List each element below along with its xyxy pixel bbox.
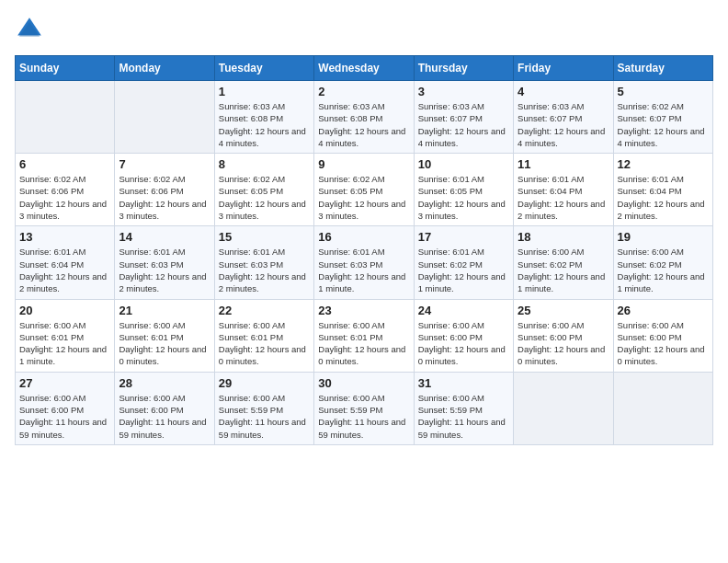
header-tuesday: Tuesday — [214, 56, 313, 81]
calendar-cell: 3Sunrise: 6:03 AM Sunset: 6:07 PM Daylig… — [414, 81, 513, 154]
calendar-cell — [115, 81, 214, 154]
day-number: 20 — [19, 304, 110, 317]
day-info: Sunrise: 6:02 AM Sunset: 6:06 PM Dayligh… — [119, 173, 210, 222]
calendar-cell: 26Sunrise: 6:00 AM Sunset: 6:00 PM Dayli… — [613, 299, 712, 372]
day-number: 30 — [318, 376, 409, 390]
day-number: 4 — [518, 85, 609, 98]
calendar-cell: 29Sunrise: 6:00 AM Sunset: 5:59 PM Dayli… — [214, 372, 313, 444]
day-info: Sunrise: 6:03 AM Sunset: 6:07 PM Dayligh… — [418, 100, 509, 149]
day-info: Sunrise: 6:00 AM Sunset: 6:01 PM Dayligh… — [219, 319, 310, 368]
calendar-cell: 19Sunrise: 6:00 AM Sunset: 6:02 PM Dayli… — [613, 226, 712, 299]
day-number: 16 — [318, 230, 409, 244]
calendar-cell: 13Sunrise: 6:01 AM Sunset: 6:04 PM Dayli… — [16, 226, 115, 299]
calendar-cell: 17Sunrise: 6:01 AM Sunset: 6:02 PM Dayli… — [414, 226, 513, 299]
day-number: 23 — [318, 304, 409, 317]
calendar-cell: 31Sunrise: 6:00 AM Sunset: 5:59 PM Dayli… — [414, 372, 513, 444]
day-number: 28 — [119, 376, 210, 390]
logo-icon — [15, 15, 44, 44]
day-info: Sunrise: 6:00 AM Sunset: 6:02 PM Dayligh… — [518, 246, 609, 294]
day-number: 21 — [119, 304, 210, 317]
day-number: 18 — [518, 230, 609, 244]
day-info: Sunrise: 6:00 AM Sunset: 6:01 PM Dayligh… — [19, 319, 110, 368]
day-number: 27 — [19, 376, 110, 390]
day-number: 19 — [618, 230, 709, 244]
day-number: 9 — [318, 157, 409, 171]
day-number: 22 — [219, 304, 310, 317]
day-info: Sunrise: 6:01 AM Sunset: 6:04 PM Dayligh… — [19, 246, 110, 294]
calendar-cell: 18Sunrise: 6:00 AM Sunset: 6:02 PM Dayli… — [514, 226, 613, 299]
header-friday: Friday — [514, 56, 613, 81]
day-info: Sunrise: 6:03 AM Sunset: 6:08 PM Dayligh… — [318, 100, 409, 149]
calendar-cell: 16Sunrise: 6:01 AM Sunset: 6:03 PM Dayli… — [314, 226, 414, 299]
calendar-table: SundayMondayTuesdayWednesdayThursdayFrid… — [15, 55, 713, 445]
day-number: 31 — [418, 376, 509, 390]
day-number: 8 — [219, 157, 310, 171]
day-info: Sunrise: 6:00 AM Sunset: 6:02 PM Dayligh… — [618, 246, 709, 294]
day-info: Sunrise: 6:00 AM Sunset: 6:01 PM Dayligh… — [318, 319, 409, 368]
calendar-cell: 27Sunrise: 6:00 AM Sunset: 6:00 PM Dayli… — [16, 372, 115, 444]
day-info: Sunrise: 6:00 AM Sunset: 5:59 PM Dayligh… — [219, 392, 310, 441]
week-row-5: 27Sunrise: 6:00 AM Sunset: 6:00 PM Dayli… — [16, 372, 713, 444]
header-thursday: Thursday — [414, 56, 513, 81]
day-number: 6 — [19, 157, 110, 171]
calendar-cell: 10Sunrise: 6:01 AM Sunset: 6:05 PM Dayli… — [414, 154, 513, 226]
day-info: Sunrise: 6:01 AM Sunset: 6:04 PM Dayligh… — [618, 173, 709, 222]
day-number: 15 — [219, 230, 310, 244]
day-info: Sunrise: 6:01 AM Sunset: 6:05 PM Dayligh… — [418, 173, 509, 222]
day-info: Sunrise: 6:02 AM Sunset: 6:07 PM Dayligh… — [618, 100, 709, 149]
day-number: 12 — [618, 157, 709, 171]
day-info: Sunrise: 6:00 AM Sunset: 6:00 PM Dayligh… — [119, 392, 210, 441]
calendar-cell: 21Sunrise: 6:00 AM Sunset: 6:01 PM Dayli… — [115, 299, 214, 372]
calendar-cell: 2Sunrise: 6:03 AM Sunset: 6:08 PM Daylig… — [314, 81, 414, 154]
calendar-cell: 8Sunrise: 6:02 AM Sunset: 6:05 PM Daylig… — [214, 154, 313, 226]
day-info: Sunrise: 6:01 AM Sunset: 6:04 PM Dayligh… — [518, 173, 609, 222]
calendar-cell: 30Sunrise: 6:00 AM Sunset: 5:59 PM Dayli… — [314, 372, 414, 444]
day-info: Sunrise: 6:00 AM Sunset: 6:00 PM Dayligh… — [19, 392, 110, 441]
day-info: Sunrise: 6:01 AM Sunset: 6:02 PM Dayligh… — [418, 246, 509, 294]
day-info: Sunrise: 6:00 AM Sunset: 6:01 PM Dayligh… — [119, 319, 210, 368]
calendar-cell: 9Sunrise: 6:02 AM Sunset: 6:05 PM Daylig… — [314, 154, 414, 226]
day-info: Sunrise: 6:00 AM Sunset: 5:59 PM Dayligh… — [418, 392, 509, 441]
calendar-cell: 24Sunrise: 6:00 AM Sunset: 6:00 PM Dayli… — [414, 299, 513, 372]
day-number: 13 — [19, 230, 110, 244]
header-saturday: Saturday — [613, 56, 712, 81]
day-info: Sunrise: 6:00 AM Sunset: 5:59 PM Dayligh… — [318, 392, 409, 441]
calendar-cell: 28Sunrise: 6:00 AM Sunset: 6:00 PM Dayli… — [115, 372, 214, 444]
day-info: Sunrise: 6:01 AM Sunset: 6:03 PM Dayligh… — [119, 246, 210, 294]
day-number: 7 — [119, 157, 210, 171]
day-info: Sunrise: 6:00 AM Sunset: 6:00 PM Dayligh… — [418, 319, 509, 368]
calendar-cell: 5Sunrise: 6:02 AM Sunset: 6:07 PM Daylig… — [613, 81, 712, 154]
week-row-2: 6Sunrise: 6:02 AM Sunset: 6:06 PM Daylig… — [16, 154, 713, 226]
calendar-cell: 4Sunrise: 6:03 AM Sunset: 6:07 PM Daylig… — [514, 81, 613, 154]
day-number: 24 — [418, 304, 509, 317]
calendar-header-row: SundayMondayTuesdayWednesdayThursdayFrid… — [16, 56, 713, 81]
day-number: 25 — [518, 304, 609, 317]
day-info: Sunrise: 6:02 AM Sunset: 6:06 PM Dayligh… — [19, 173, 110, 222]
day-info: Sunrise: 6:03 AM Sunset: 6:08 PM Dayligh… — [219, 100, 310, 149]
header — [15, 15, 713, 44]
day-info: Sunrise: 6:01 AM Sunset: 6:03 PM Dayligh… — [318, 246, 409, 294]
day-info: Sunrise: 6:00 AM Sunset: 6:00 PM Dayligh… — [618, 319, 709, 368]
day-info: Sunrise: 6:02 AM Sunset: 6:05 PM Dayligh… — [318, 173, 409, 222]
day-number: 14 — [119, 230, 210, 244]
day-info: Sunrise: 6:02 AM Sunset: 6:05 PM Dayligh… — [219, 173, 310, 222]
day-info: Sunrise: 6:03 AM Sunset: 6:07 PM Dayligh… — [518, 100, 609, 149]
calendar-cell — [514, 372, 613, 444]
week-row-3: 13Sunrise: 6:01 AM Sunset: 6:04 PM Dayli… — [16, 226, 713, 299]
calendar-cell: 15Sunrise: 6:01 AM Sunset: 6:03 PM Dayli… — [214, 226, 313, 299]
day-number: 29 — [219, 376, 310, 390]
calendar-cell: 25Sunrise: 6:00 AM Sunset: 6:00 PM Dayli… — [514, 299, 613, 372]
calendar-cell: 23Sunrise: 6:00 AM Sunset: 6:01 PM Dayli… — [314, 299, 414, 372]
header-sunday: Sunday — [16, 56, 115, 81]
calendar-cell: 1Sunrise: 6:03 AM Sunset: 6:08 PM Daylig… — [214, 81, 313, 154]
logo — [15, 15, 50, 44]
calendar-cell: 12Sunrise: 6:01 AM Sunset: 6:04 PM Dayli… — [613, 154, 712, 226]
week-row-1: 1Sunrise: 6:03 AM Sunset: 6:08 PM Daylig… — [16, 81, 713, 154]
day-number: 17 — [418, 230, 509, 244]
calendar-cell: 22Sunrise: 6:00 AM Sunset: 6:01 PM Dayli… — [214, 299, 313, 372]
day-number: 5 — [618, 85, 709, 98]
day-number: 10 — [418, 157, 509, 171]
calendar-cell: 7Sunrise: 6:02 AM Sunset: 6:06 PM Daylig… — [115, 154, 214, 226]
day-number: 1 — [219, 85, 310, 98]
week-row-4: 20Sunrise: 6:00 AM Sunset: 6:01 PM Dayli… — [16, 299, 713, 372]
